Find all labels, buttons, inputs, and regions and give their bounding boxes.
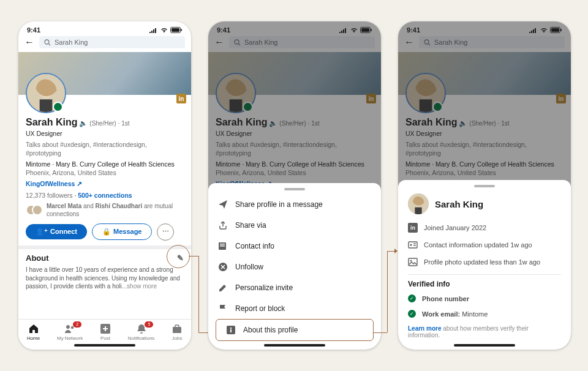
connector bbox=[387, 251, 388, 332]
share-icon bbox=[218, 220, 228, 230]
profile-location: Phoenix, Arizona, United States bbox=[26, 169, 116, 176]
svg-line-4 bbox=[49, 43, 51, 45]
check-circle-icon: ✓ bbox=[408, 310, 416, 318]
stage: 9:41 ← Sarah King in Sarah King � bbox=[0, 0, 588, 371]
nav-network[interactable]: 2My Network bbox=[57, 323, 83, 341]
about-text: I have a little over 10 years of experie… bbox=[26, 266, 184, 291]
profile-org: Mintome · Mary B. Curry College of Healt… bbox=[26, 160, 175, 168]
plus-square-icon bbox=[100, 323, 111, 334]
sheet-personalize[interactable]: Personalize invite bbox=[208, 277, 381, 298]
actions-sheet: Share profile in a message Share via Con… bbox=[208, 183, 381, 350]
about-contact-updated: Contact information updated 1w ago bbox=[398, 236, 571, 253]
svg-point-43 bbox=[410, 260, 412, 262]
home-indicator bbox=[264, 344, 325, 347]
status-bar: 9:41 bbox=[18, 21, 191, 35]
home-icon bbox=[28, 323, 39, 334]
nav-post[interactable]: Post bbox=[100, 323, 111, 341]
sheet-contact-info[interactable]: Contact info bbox=[208, 236, 381, 257]
about-profile-name: Sarah King bbox=[435, 199, 483, 209]
svg-rect-1 bbox=[172, 28, 179, 32]
svg-rect-38 bbox=[409, 242, 417, 248]
highlight-ring bbox=[167, 245, 190, 268]
verified-phone: ✓Phone number bbox=[398, 291, 571, 306]
wifi-icon bbox=[160, 27, 168, 33]
svg-rect-42 bbox=[409, 258, 417, 266]
sheet-handle-icon[interactable] bbox=[474, 185, 495, 187]
divider bbox=[408, 274, 561, 275]
phone-share-sheet: 9:41 ←Sarah King in Sarah King 🔈 (She/He… bbox=[208, 21, 381, 350]
profile-body: Sarah King 🔈 (She/Her) · 1st UX Designer… bbox=[18, 95, 191, 294]
cell-signal-icon bbox=[149, 28, 158, 33]
about-heading: About bbox=[26, 253, 49, 264]
connect-button[interactable]: 👤⁺Connect bbox=[26, 224, 87, 239]
action-row: 👤⁺Connect 🔒Message ⋯ bbox=[26, 223, 184, 241]
online-indicator-icon bbox=[53, 102, 63, 112]
flag-icon bbox=[218, 304, 228, 313]
svg-rect-7 bbox=[40, 99, 53, 112]
mutual-text: Marcel Mata and Rishi Chaudhari are mutu… bbox=[47, 202, 184, 219]
svg-point-8 bbox=[66, 325, 70, 329]
search-value: Sarah King bbox=[55, 39, 88, 46]
about-joined: inJoined January 2022 bbox=[398, 219, 571, 236]
info-icon bbox=[226, 325, 236, 335]
section-divider bbox=[18, 245, 191, 249]
sheet-handle-icon[interactable] bbox=[284, 188, 305, 190]
phone-about-profile: 9:41 ←Sarah King in Sarah King 🔈 (She/He… bbox=[398, 21, 571, 350]
nav-badge: 2 bbox=[73, 321, 81, 328]
nav-jobs[interactable]: Jobs bbox=[172, 323, 183, 341]
svg-rect-22 bbox=[220, 245, 225, 247]
back-arrow-icon[interactable]: ← bbox=[24, 37, 34, 48]
nav-home[interactable]: Home bbox=[27, 323, 40, 341]
speaker-icon[interactable]: 🔈 bbox=[79, 119, 88, 127]
sheet-share-message[interactable]: Share profile in a message bbox=[208, 194, 381, 215]
sheet-unfollow[interactable]: Unfollow bbox=[208, 257, 381, 277]
connector bbox=[198, 256, 199, 332]
search-input[interactable]: Sarah King bbox=[39, 36, 185, 48]
cover-image[interactable]: in bbox=[18, 52, 191, 95]
verified-heading: Verified info bbox=[398, 279, 571, 291]
status-indicators bbox=[149, 27, 183, 33]
connections-link[interactable]: 500+ connections bbox=[78, 192, 132, 199]
show-more-link[interactable]: ...show more bbox=[122, 283, 157, 290]
image-icon bbox=[408, 257, 418, 267]
profile-talks-about: Talks about #uxdesign, #interactiondesig… bbox=[26, 140, 184, 157]
card-icon bbox=[218, 241, 228, 251]
home-indicator bbox=[454, 344, 515, 347]
about-profile-footer: Learn more about how members verify thei… bbox=[398, 321, 571, 339]
svg-point-39 bbox=[410, 244, 412, 245]
connector bbox=[387, 251, 394, 252]
search-icon bbox=[44, 39, 51, 46]
svg-point-3 bbox=[45, 40, 49, 44]
status-time: 9:41 bbox=[27, 26, 40, 34]
message-button[interactable]: 🔒Message bbox=[92, 223, 152, 240]
profile-website-link[interactable]: KingOfWellness ↗ bbox=[26, 179, 82, 188]
profile-name: Sarah King bbox=[26, 117, 77, 127]
svg-point-25 bbox=[230, 328, 232, 329]
svg-rect-37 bbox=[415, 208, 421, 214]
mutual-avatar bbox=[32, 204, 43, 215]
sheet-about-profile[interactable]: About this profile bbox=[216, 319, 374, 341]
check-circle-icon: ✓ bbox=[408, 294, 416, 302]
more-button[interactable]: ⋯ bbox=[157, 223, 174, 241]
search-row: ← Sarah King bbox=[18, 35, 191, 52]
nav-notifications[interactable]: 5Notifications bbox=[128, 323, 155, 341]
briefcase-icon bbox=[172, 323, 183, 334]
svg-rect-11 bbox=[173, 327, 181, 333]
cross-circle-icon bbox=[218, 262, 228, 272]
about-profile-header: Sarah King bbox=[398, 191, 571, 219]
person-plus-icon: 👤⁺ bbox=[36, 227, 48, 236]
learn-more-link[interactable]: Learn more bbox=[408, 325, 441, 332]
lock-icon: 🔒 bbox=[102, 227, 111, 236]
send-icon bbox=[218, 200, 228, 209]
about-photo-updated: Profile photo updated less than 1w ago bbox=[398, 253, 571, 271]
connector bbox=[374, 332, 387, 333]
home-indicator bbox=[74, 344, 135, 347]
linkedin-icon: in bbox=[408, 223, 418, 233]
sheet-report[interactable]: Report or block bbox=[208, 298, 381, 319]
nav-badge: 5 bbox=[145, 321, 153, 328]
battery-icon bbox=[170, 27, 183, 33]
about-profile-avatar bbox=[408, 193, 429, 214]
mutual-row[interactable]: Marcel Mata and Rishi Chaudhari are mutu… bbox=[26, 202, 184, 219]
phone-profile: 9:41 ← Sarah King in Sarah King � bbox=[18, 21, 191, 350]
sheet-share-via[interactable]: Share via bbox=[208, 215, 381, 236]
